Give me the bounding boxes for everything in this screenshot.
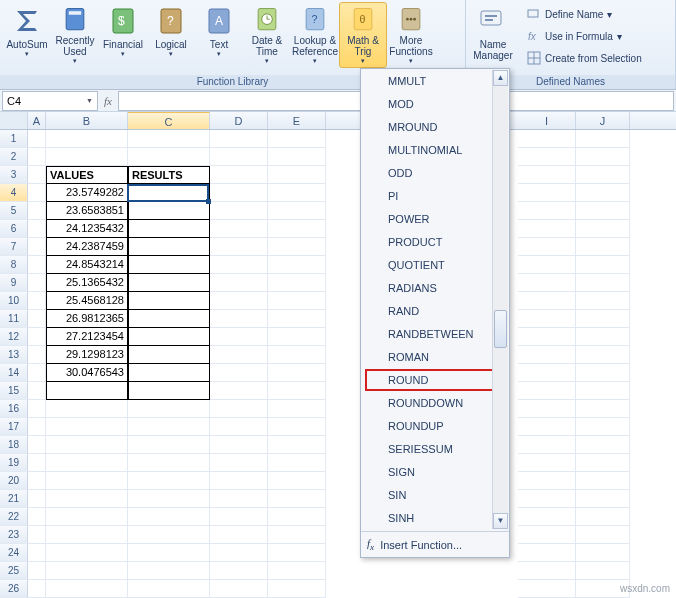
cell[interactable]: [576, 292, 630, 310]
row-header[interactable]: 15: [0, 382, 28, 400]
cell[interactable]: [518, 508, 576, 526]
dropdown-item-randbetween[interactable]: RANDBETWEEN: [365, 323, 505, 345]
cell[interactable]: [46, 544, 128, 562]
cell[interactable]: 25.1365432: [46, 274, 128, 292]
cell[interactable]: [128, 580, 210, 598]
cell[interactable]: [210, 238, 268, 256]
cell[interactable]: [210, 310, 268, 328]
chevron-down-icon[interactable]: ▼: [86, 97, 93, 104]
dropdown-item-mmult[interactable]: MMULT: [365, 70, 505, 92]
row-header[interactable]: 12: [0, 328, 28, 346]
cell[interactable]: [268, 166, 326, 184]
cell[interactable]: [128, 418, 210, 436]
cell[interactable]: [576, 148, 630, 166]
cell[interactable]: [268, 220, 326, 238]
cell[interactable]: [210, 130, 268, 148]
cell[interactable]: [268, 562, 326, 580]
cell[interactable]: [268, 436, 326, 454]
cell[interactable]: [518, 562, 576, 580]
scroll-up-arrow[interactable]: ▲: [493, 70, 508, 86]
cell[interactable]: [210, 346, 268, 364]
cell[interactable]: [268, 454, 326, 472]
cell[interactable]: RESULTS: [128, 166, 210, 184]
name-box[interactable]: C4 ▼: [2, 91, 98, 111]
cell[interactable]: [268, 418, 326, 436]
cell[interactable]: [28, 220, 46, 238]
cell[interactable]: [28, 364, 46, 382]
cell[interactable]: [28, 256, 46, 274]
cell[interactable]: [28, 148, 46, 166]
col-header[interactable]: I: [518, 112, 576, 129]
cell[interactable]: [128, 130, 210, 148]
cell[interactable]: [210, 364, 268, 382]
cell[interactable]: [576, 382, 630, 400]
cell[interactable]: [28, 400, 46, 418]
cell[interactable]: [576, 274, 630, 292]
cell[interactable]: 25.4568128: [46, 292, 128, 310]
fx-icon[interactable]: fx: [98, 95, 118, 107]
cell[interactable]: [576, 202, 630, 220]
cell[interactable]: [518, 166, 576, 184]
cell[interactable]: [210, 166, 268, 184]
cell[interactable]: [518, 400, 576, 418]
cell[interactable]: [518, 220, 576, 238]
cell[interactable]: [210, 382, 268, 400]
cell[interactable]: [576, 472, 630, 490]
cell[interactable]: [268, 184, 326, 202]
text-button[interactable]: AText▾: [195, 2, 243, 68]
cell[interactable]: [28, 508, 46, 526]
cell[interactable]: [46, 580, 128, 598]
dropdown-item-sin[interactable]: SIN: [365, 484, 505, 506]
cell[interactable]: 27.2123454: [46, 328, 128, 346]
cell[interactable]: [518, 472, 576, 490]
create-from-selection-button[interactable]: Create from Selection: [523, 48, 646, 68]
cell[interactable]: [46, 526, 128, 544]
col-header[interactable]: A: [28, 112, 46, 129]
cell[interactable]: [128, 544, 210, 562]
financial-button[interactable]: $Financial▾: [99, 2, 147, 68]
cell[interactable]: [518, 490, 576, 508]
cell[interactable]: 24.8543214: [46, 256, 128, 274]
dropdown-item-rounddown[interactable]: ROUNDDOWN: [365, 392, 505, 414]
cell[interactable]: [268, 310, 326, 328]
cell[interactable]: [46, 130, 128, 148]
cell[interactable]: [210, 580, 268, 598]
cell[interactable]: [46, 490, 128, 508]
autosum-button[interactable]: AutoSum▾: [3, 2, 51, 68]
cell[interactable]: [128, 148, 210, 166]
row-header[interactable]: 10: [0, 292, 28, 310]
cell[interactable]: [46, 382, 128, 400]
dropdown-item-product[interactable]: PRODUCT: [365, 231, 505, 253]
lookup-reference-button[interactable]: ?Lookup & Reference▾: [291, 2, 339, 68]
dropdown-item-roundup[interactable]: ROUNDUP: [365, 415, 505, 437]
dropdown-item-rand[interactable]: RAND: [365, 300, 505, 322]
cell[interactable]: [28, 166, 46, 184]
cell[interactable]: [518, 436, 576, 454]
cell[interactable]: [46, 148, 128, 166]
logical-button[interactable]: ?Logical▾: [147, 2, 195, 68]
dropdown-item-quotient[interactable]: QUOTIENT: [365, 254, 505, 276]
cell[interactable]: [28, 346, 46, 364]
cell[interactable]: [46, 472, 128, 490]
scroll-thumb[interactable]: [494, 310, 507, 348]
cell[interactable]: [518, 274, 576, 292]
cell[interactable]: [518, 454, 576, 472]
cell[interactable]: [28, 274, 46, 292]
cell[interactable]: [268, 346, 326, 364]
cell[interactable]: [128, 238, 210, 256]
cell[interactable]: [46, 562, 128, 580]
cell[interactable]: [128, 508, 210, 526]
cell[interactable]: [518, 310, 576, 328]
cell[interactable]: [28, 490, 46, 508]
cell[interactable]: [28, 544, 46, 562]
row-header[interactable]: 19: [0, 454, 28, 472]
cell[interactable]: [268, 130, 326, 148]
cell[interactable]: [268, 256, 326, 274]
cell[interactable]: [28, 418, 46, 436]
row-header[interactable]: 8: [0, 256, 28, 274]
cell[interactable]: [576, 364, 630, 382]
cell[interactable]: [46, 400, 128, 418]
cell[interactable]: [210, 184, 268, 202]
cell[interactable]: [128, 490, 210, 508]
cell[interactable]: 29.1298123: [46, 346, 128, 364]
